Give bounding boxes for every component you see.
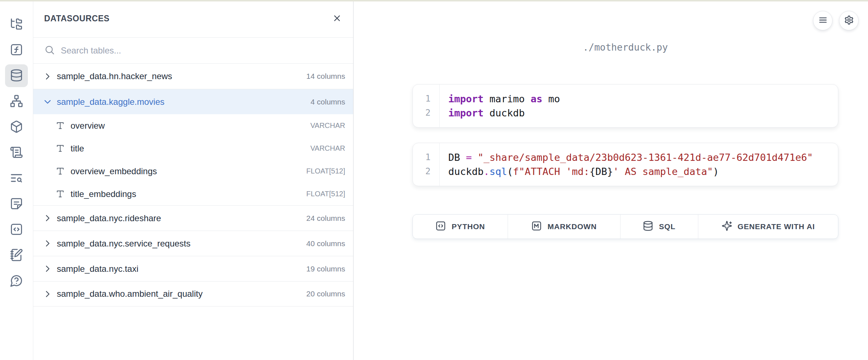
table-row-kaggle-movies[interactable]: sample_data.kaggle.movies 4 columns <box>33 89 353 114</box>
button-label: MARKDOWN <box>547 222 597 231</box>
table-name: sample_data.hn.hacker_news <box>57 71 172 81</box>
table-row-ambient-air-quality[interactable]: sample_data.who.ambient_air_quality 20 c… <box>33 281 353 307</box>
table-row-rideshare[interactable]: sample_data.nyc.rideshare 24 columns <box>33 205 353 231</box>
column-row-title[interactable]: title VARCHAR <box>33 137 353 160</box>
text-type-icon <box>56 167 65 176</box>
table-name: sample_data.kaggle.movies <box>57 97 165 107</box>
tables-list: sample_data.hn.hacker_news 14 columns sa… <box>33 64 353 360</box>
close-icon <box>332 13 342 24</box>
gear-icon <box>844 15 854 26</box>
column-count: 40 columns <box>306 239 345 248</box>
column-count: 4 columns <box>310 98 345 106</box>
chevron-right-icon <box>43 239 52 248</box>
notebook-area: ./motherduck.py 1 2 import marimo as mo … <box>353 0 868 360</box>
app-window: DATASOURCES sample_data.hn.hacker_news 1… <box>0 0 868 360</box>
markdown-icon <box>531 220 542 233</box>
top-accent-strip <box>0 0 868 1</box>
column-name: title_embeddings <box>71 189 136 199</box>
box-icon <box>10 120 23 134</box>
line-number: 1 <box>413 150 431 164</box>
notebook-pen-icon <box>10 248 23 263</box>
column-type: FLOAT[512] <box>306 167 345 175</box>
table-row-service-requests[interactable]: sample_data.nyc.service_requests 40 colu… <box>33 231 353 256</box>
close-panel-button[interactable] <box>329 10 345 27</box>
network-graph-icon <box>10 94 23 109</box>
tool-sidebar <box>0 0 33 360</box>
column-row-title-embeddings[interactable]: title_embeddings FLOAT[512] <box>33 183 353 205</box>
chevron-down-icon <box>43 97 52 107</box>
chevron-right-icon <box>43 289 52 299</box>
notebook-actions <box>813 11 859 30</box>
chevron-right-icon <box>43 264 52 274</box>
sidebar-item-datasources[interactable] <box>5 64 28 87</box>
datasources-panel: DATASOURCES sample_data.hn.hacker_news 1… <box>33 0 353 360</box>
sidebar-item-file-explorer[interactable] <box>5 13 28 36</box>
chevron-right-icon <box>43 213 52 223</box>
document-icon <box>10 197 23 211</box>
scroll-text-icon <box>10 146 23 160</box>
generate-with-ai-button[interactable]: GENERATE WITH AI <box>698 215 838 239</box>
sidebar-item-dependencies[interactable] <box>5 90 28 113</box>
sidebar-item-logs[interactable] <box>5 141 28 164</box>
line-number: 1 <box>413 92 431 106</box>
sidebar-item-help[interactable] <box>5 270 28 292</box>
code-line: import duckdb <box>448 106 560 120</box>
line-number: 2 <box>413 106 431 120</box>
code-line: import marimo as mo <box>448 92 560 106</box>
table-name: sample_data.nyc.service_requests <box>57 239 191 249</box>
code-cell-attach-db[interactable]: 1 2 DB = "_share/sample_data/23b0d623-13… <box>412 143 838 186</box>
menu-button[interactable] <box>813 11 833 30</box>
table-name: sample_data.nyc.rideshare <box>57 213 161 223</box>
code-editor[interactable]: import marimo as mo import duckdb <box>440 85 569 127</box>
sidebar-item-tracebacks[interactable] <box>5 167 28 190</box>
panel-header: DATASOURCES <box>33 0 353 38</box>
column-name: overview_embeddings <box>71 166 157 176</box>
sparkles-icon <box>721 220 732 233</box>
column-type: FLOAT[512] <box>306 190 345 198</box>
notebook-filename[interactable]: ./motherduck.py <box>412 42 838 55</box>
button-label: SQL <box>659 222 676 231</box>
code-cell-imports[interactable]: 1 2 import marimo as mo import duckdb <box>412 84 838 128</box>
table-name: sample_data.who.ambient_air_quality <box>57 289 203 299</box>
add-python-cell-button[interactable]: PYTHON <box>413 215 508 239</box>
code-editor[interactable]: DB = "_share/sample_data/23b0d623-1361-4… <box>440 143 822 186</box>
text-type-icon <box>56 144 65 153</box>
add-cell-bar: PYTHON MARKDOWN SQL GENERATE WITH AI <box>412 214 838 239</box>
sidebar-item-documentation[interactable] <box>5 193 28 215</box>
column-name: title <box>71 143 84 154</box>
search-icon <box>44 44 55 57</box>
button-label: PYTHON <box>452 222 485 231</box>
table-row-hacker-news[interactable]: sample_data.hn.hacker_news 14 columns <box>33 64 353 89</box>
panel-title: DATASOURCES <box>44 14 110 23</box>
chat-question-icon <box>10 274 23 288</box>
button-label: GENERATE WITH AI <box>738 222 815 231</box>
column-row-overview[interactable]: overview VARCHAR <box>33 114 353 137</box>
search-row <box>33 38 353 64</box>
code-square-icon <box>435 220 446 233</box>
database-icon <box>10 69 23 83</box>
code-line: duckdb.sql(f"ATTACH 'md:{DB}' AS sample_… <box>448 164 813 179</box>
function-square-icon <box>10 43 23 57</box>
column-type: VARCHAR <box>310 121 345 130</box>
sidebar-item-snippets[interactable] <box>5 218 28 241</box>
add-markdown-cell-button[interactable]: MARKDOWN <box>508 215 621 239</box>
text-type-icon <box>56 121 65 130</box>
line-numbers: 1 2 <box>413 85 440 127</box>
column-count: 24 columns <box>306 214 345 223</box>
column-count: 20 columns <box>306 290 345 298</box>
notebook-content: ./motherduck.py 1 2 import marimo as mo … <box>412 42 838 239</box>
menu-icon <box>818 15 828 26</box>
sidebar-item-scratchpad[interactable] <box>5 244 28 267</box>
add-sql-cell-button[interactable]: SQL <box>621 215 698 239</box>
sidebar-item-packages[interactable] <box>5 116 28 138</box>
column-row-overview-embeddings[interactable]: overview_embeddings FLOAT[512] <box>33 160 353 183</box>
search-tables-input[interactable] <box>61 46 342 56</box>
text-type-icon <box>56 189 65 198</box>
folder-tree-icon <box>10 17 23 32</box>
column-count: 14 columns <box>306 72 345 81</box>
table-row-taxi[interactable]: sample_data.nyc.taxi 19 columns <box>33 256 353 281</box>
settings-button[interactable] <box>839 11 859 30</box>
sidebar-item-variables[interactable] <box>5 39 28 61</box>
column-name: overview <box>71 121 105 131</box>
chevron-right-icon <box>43 72 52 81</box>
